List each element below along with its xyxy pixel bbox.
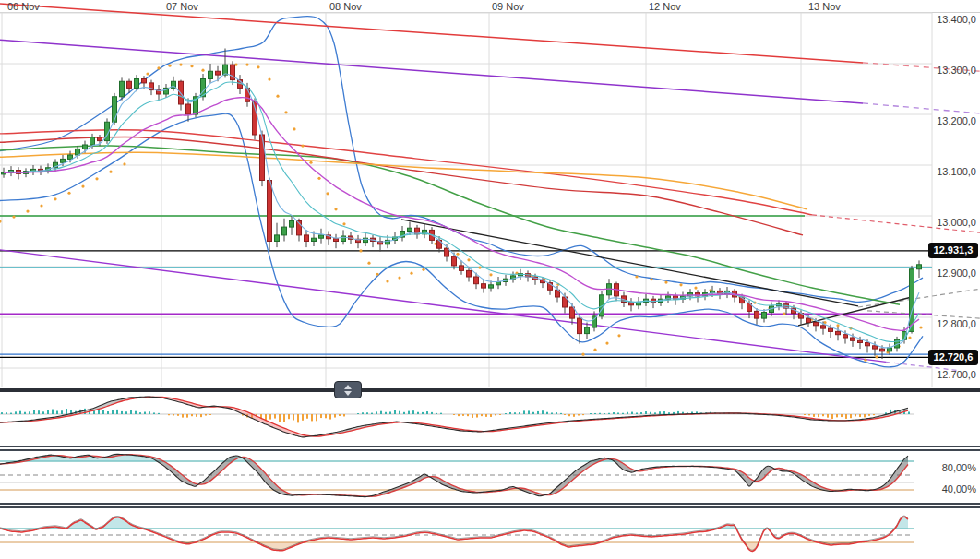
y-axis-label: 13.300,0 <box>921 65 976 76</box>
sar-dot <box>836 324 839 327</box>
candle-up <box>68 155 73 159</box>
candle-up <box>76 149 80 155</box>
candle-up <box>83 145 88 149</box>
sar-dot <box>268 77 270 80</box>
sar-dot <box>783 313 785 315</box>
ema-9 <box>4 82 919 341</box>
stochastic-panel <box>0 454 914 496</box>
sar-dot <box>864 359 866 362</box>
sar-dot <box>581 353 584 356</box>
sar-dot <box>478 267 481 269</box>
candle-up <box>585 327 590 334</box>
candle-down <box>216 71 221 75</box>
x-axis-label: 08 Nov <box>329 1 362 12</box>
candle-down <box>260 135 265 181</box>
splitter-down-icon <box>344 391 352 396</box>
x-axis-label: 06 Nov <box>7 1 40 12</box>
sar-dot <box>398 277 400 280</box>
x-axis-label: 09 Nov <box>492 1 524 12</box>
y-axis-label: 13.400,0 <box>921 14 976 25</box>
candle-up <box>120 81 125 97</box>
sar-dot <box>257 65 259 68</box>
sar-dot <box>489 273 492 276</box>
sar-dot <box>617 334 620 337</box>
price-badge-support: 12.720,6 <box>928 350 978 365</box>
y-axis-label: 12.800,0 <box>921 318 976 329</box>
sar-dot <box>301 145 304 148</box>
trendline-purple <box>0 40 863 103</box>
oscillator-panel <box>0 516 914 551</box>
ma-red-fast <box>0 130 812 215</box>
ma-green <box>0 146 900 304</box>
sar-dot <box>410 272 412 275</box>
candle-up <box>275 235 280 242</box>
sar-dot <box>635 275 638 278</box>
candle-down <box>467 270 472 277</box>
candle-up <box>888 348 892 351</box>
candle-down <box>629 303 634 305</box>
macd-panel <box>0 397 914 437</box>
candle-up <box>408 228 412 231</box>
sar-dot <box>123 162 125 165</box>
candle-down <box>474 277 479 284</box>
trendline-gray-up <box>858 289 980 307</box>
candle-down <box>452 256 457 266</box>
sar-dot <box>467 258 470 261</box>
sar-dot <box>679 283 682 286</box>
x-axis-label: 07 Nov <box>166 1 198 12</box>
candle-up <box>90 137 95 145</box>
ema-21 <box>4 98 919 331</box>
candle-up <box>290 221 294 228</box>
sar-dot <box>605 341 608 344</box>
sar-dot <box>376 273 378 276</box>
candle-down <box>445 248 449 256</box>
stochastic-80-label: 80,00% <box>921 462 976 473</box>
sar-dot <box>146 72 149 75</box>
sar-dot <box>694 287 697 290</box>
sar-dot <box>664 280 667 283</box>
sar-dot <box>168 65 171 67</box>
candle-down <box>334 239 339 242</box>
trading-chart-window: 06 Nov07 Nov08 Nov09 Nov12 Nov13 Nov 13.… <box>0 0 980 559</box>
macd-signal-line <box>0 397 908 436</box>
y-axis-label: 13.200,0 <box>921 115 976 126</box>
candle-down <box>866 343 870 346</box>
stochastic-40-label: 40,00% <box>921 483 976 494</box>
candle-up <box>711 291 715 292</box>
ma-orange <box>0 152 807 209</box>
candle-down <box>858 340 863 342</box>
candle-up <box>61 159 66 162</box>
candle-up <box>209 71 213 78</box>
sar-dot <box>422 268 424 271</box>
splitter-up-icon <box>344 385 352 389</box>
trendline-purple-projection <box>863 103 980 113</box>
candle-down <box>821 326 826 328</box>
candle-down <box>836 331 841 334</box>
candle-down <box>578 318 582 334</box>
sar-dot <box>309 161 312 164</box>
candle-down <box>460 266 464 271</box>
bollinger-upper <box>0 16 923 302</box>
trendline-black-down <box>401 220 858 306</box>
macd-line <box>0 397 908 437</box>
candle-down <box>482 284 486 288</box>
candle-down <box>127 81 132 88</box>
sar-dot <box>367 262 370 265</box>
chart-canvas[interactable] <box>0 0 980 559</box>
candle-down <box>186 104 191 114</box>
sar-dot <box>190 65 193 67</box>
sar-dot <box>276 95 279 98</box>
candle-up <box>223 65 228 75</box>
x-axis-label: 13 Nov <box>808 1 841 12</box>
sar-dot <box>386 280 388 282</box>
candle-down <box>843 335 848 338</box>
candle-up <box>135 79 139 89</box>
candle-down <box>305 235 309 242</box>
panel-splitter-handle[interactable] <box>334 381 362 398</box>
sar-dot <box>593 349 596 351</box>
sar-dot <box>293 127 295 130</box>
candle-up <box>637 303 641 305</box>
sar-dot <box>201 69 204 72</box>
sar-dot <box>12 216 15 219</box>
sar-dot <box>54 197 56 200</box>
